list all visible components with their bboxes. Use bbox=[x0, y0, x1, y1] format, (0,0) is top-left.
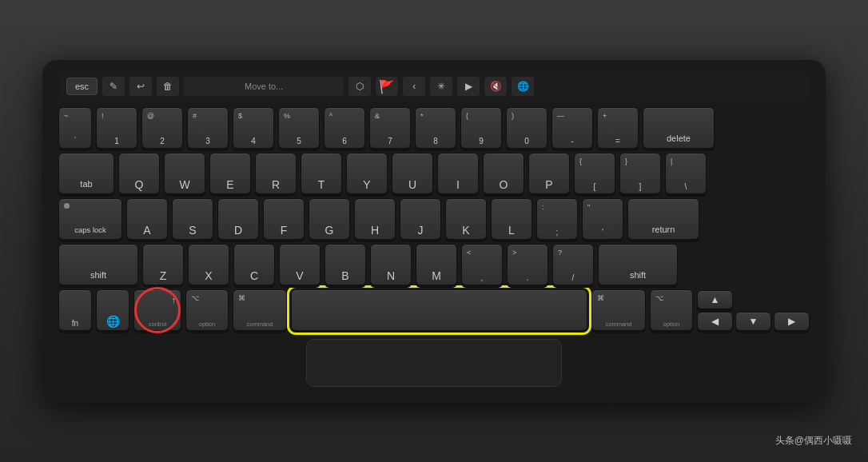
trackpad[interactable] bbox=[306, 339, 562, 387]
number-row: ~` !1 @2 #3 $4 %5 ^6 &7 *8 (9 )0 —- += d… bbox=[58, 107, 810, 149]
key-arrow-right[interactable]: ▶ bbox=[774, 312, 810, 331]
key-d[interactable]: D bbox=[217, 198, 259, 240]
qwerty-row: tab Q W E R T Y U I O P {[ }] |\ bbox=[58, 153, 810, 194]
key-6[interactable]: ^6 bbox=[324, 107, 365, 149]
key-q[interactable]: Q bbox=[118, 153, 160, 194]
key-p[interactable]: P bbox=[528, 153, 570, 194]
arrow-bottom-row: ◀ ▼ ▶ bbox=[697, 312, 810, 331]
key-backslash[interactable]: |\ bbox=[665, 153, 707, 194]
key-arrow-down[interactable]: ▼ bbox=[735, 312, 771, 331]
key-j[interactable]: J bbox=[400, 198, 441, 240]
key-fn[interactable]: fn bbox=[58, 289, 92, 331]
key-s[interactable]: S bbox=[172, 198, 213, 240]
key-n[interactable]: N bbox=[370, 244, 412, 285]
key-period[interactable]: >. bbox=[507, 244, 548, 285]
key-minus[interactable]: —- bbox=[551, 107, 593, 149]
tb-siri-icon[interactable]: 🌐 bbox=[512, 77, 534, 96]
key-r[interactable]: R bbox=[255, 153, 297, 194]
key-9[interactable]: (9 bbox=[460, 107, 502, 149]
key-5[interactable]: %5 bbox=[278, 107, 320, 149]
key-h[interactable]: H bbox=[354, 198, 396, 240]
key-z[interactable]: Z bbox=[142, 244, 184, 285]
key-4[interactable]: $4 bbox=[233, 107, 274, 149]
key-y[interactable]: Y bbox=[346, 153, 388, 194]
tb-play-icon[interactable]: ▶ bbox=[457, 77, 480, 96]
key-x[interactable]: X bbox=[188, 244, 229, 285]
key-shift-right[interactable]: shift bbox=[598, 244, 678, 285]
key-option-right[interactable]: ⌥option bbox=[650, 289, 693, 331]
key-tab[interactable]: tab bbox=[58, 153, 114, 194]
key-arrow-up[interactable]: ▲ bbox=[697, 290, 733, 309]
key-m[interactable]: M bbox=[416, 244, 457, 285]
tb-flag-icon[interactable]: 🚩 bbox=[376, 77, 398, 96]
key-a[interactable]: A bbox=[126, 198, 168, 240]
key-command-left[interactable]: ⌘command bbox=[233, 289, 287, 331]
key-return[interactable]: return bbox=[627, 198, 699, 240]
key-o[interactable]: O bbox=[483, 153, 524, 194]
key-8[interactable]: *8 bbox=[415, 107, 456, 149]
tb-filter-icon[interactable]: ⬡ bbox=[348, 77, 371, 96]
tb-share-icon[interactable]: ↩ bbox=[129, 77, 152, 96]
key-command-right[interactable]: ⌘command bbox=[591, 289, 646, 331]
key-arrow-left[interactable]: ◀ bbox=[697, 312, 733, 331]
key-1[interactable]: !1 bbox=[96, 107, 137, 149]
tb-back-icon[interactable]: ‹ bbox=[403, 77, 425, 96]
key-globe[interactable]: 🌐 bbox=[96, 289, 129, 331]
key-comma[interactable]: <, bbox=[461, 244, 503, 285]
esc-key[interactable]: esc bbox=[66, 78, 98, 95]
key-quote[interactable]: "' bbox=[582, 198, 623, 240]
key-b[interactable]: B bbox=[325, 244, 366, 285]
key-semicolon[interactable]: :; bbox=[536, 198, 578, 240]
tb-edit-icon[interactable]: ✎ bbox=[102, 77, 125, 96]
key-k[interactable]: K bbox=[445, 198, 487, 240]
modifier-row: fn 🌐 ↑ control ⌥option ⌘command ⌘command… bbox=[58, 289, 810, 331]
key-slash[interactable]: ?/ bbox=[552, 244, 594, 285]
key-c[interactable]: C bbox=[233, 244, 275, 285]
laptop-container: esc ✎ ↩ 🗑 Move to... ⬡ 🚩 ‹ ✳ ▶ 🔇 🌐 ~` !1… bbox=[0, 0, 868, 462]
key-rightbracket[interactable]: }] bbox=[619, 153, 661, 194]
keyboard-wrapper: esc ✎ ↩ 🗑 Move to... ⬡ 🚩 ‹ ✳ ▶ 🔇 🌐 ~` !1… bbox=[42, 59, 826, 403]
key-space[interactable] bbox=[291, 289, 587, 331]
touch-bar: esc ✎ ↩ 🗑 Move to... ⬡ 🚩 ‹ ✳ ▶ 🔇 🌐 bbox=[58, 72, 810, 101]
key-e[interactable]: E bbox=[209, 153, 251, 194]
tb-mute-icon[interactable]: 🔇 bbox=[484, 77, 507, 96]
key-equals[interactable]: += bbox=[597, 107, 639, 149]
key-g[interactable]: G bbox=[309, 198, 350, 240]
key-shift-left[interactable]: shift bbox=[58, 244, 138, 285]
key-i[interactable]: I bbox=[437, 153, 479, 194]
key-3[interactable]: #3 bbox=[187, 107, 229, 149]
keys-area: ~` !1 @2 #3 $4 %5 ^6 &7 *8 (9 )0 —- += d… bbox=[58, 107, 810, 331]
key-control[interactable]: ↑ control bbox=[133, 289, 181, 331]
key-u[interactable]: U bbox=[392, 153, 433, 194]
key-0[interactable]: )0 bbox=[506, 107, 547, 149]
key-2[interactable]: @2 bbox=[141, 107, 183, 149]
key-leftbracket[interactable]: {[ bbox=[574, 153, 615, 194]
asdf-row: caps lock A S D F G H J K L :; "' return bbox=[58, 198, 810, 240]
key-backtick[interactable]: ~` bbox=[58, 107, 92, 149]
key-option-left[interactable]: ⌥option bbox=[185, 289, 229, 331]
tb-trash-icon[interactable]: 🗑 bbox=[157, 77, 179, 96]
tb-brightness-icon[interactable]: ✳ bbox=[430, 77, 452, 96]
key-f[interactable]: F bbox=[263, 198, 305, 240]
key-7[interactable]: &7 bbox=[369, 107, 411, 149]
key-l[interactable]: L bbox=[491, 198, 532, 240]
arrow-keys: ▲ ◀ ▼ ▶ bbox=[697, 290, 810, 331]
zxcv-row: shift Z X C V B N M <, >. ?/ shift bbox=[58, 244, 810, 285]
arrow-top-row: ▲ bbox=[697, 290, 810, 309]
key-capslock[interactable]: caps lock bbox=[58, 198, 122, 240]
key-v[interactable]: V bbox=[279, 244, 321, 285]
watermark: 头条@偶西小嗫嗫 bbox=[775, 434, 852, 448]
key-delete[interactable]: delete bbox=[643, 107, 715, 149]
key-w[interactable]: W bbox=[164, 153, 205, 194]
tb-moveto-label[interactable]: Move to... bbox=[184, 77, 344, 96]
key-t[interactable]: T bbox=[301, 153, 342, 194]
